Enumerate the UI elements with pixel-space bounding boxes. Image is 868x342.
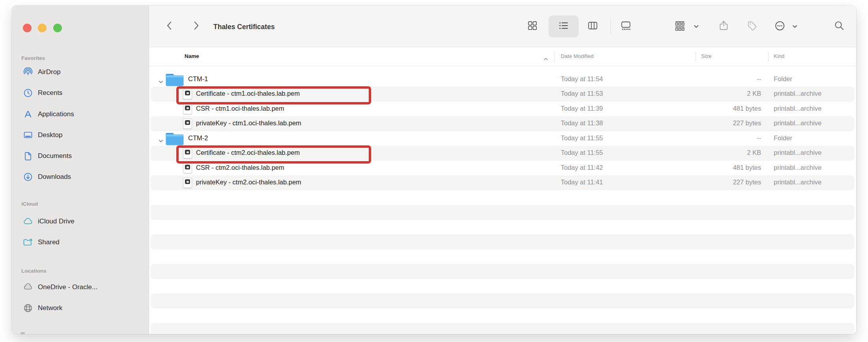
column-resize-handle[interactable] [696,52,696,61]
forward-button[interactable] [186,16,206,37]
table-row[interactable]: privateKey - ctm2.oci-thales.lab.pem Tod… [149,175,856,190]
sidebar-item-airdrop[interactable]: AirDrop [17,64,144,80]
sidebar-item-icloud-drive[interactable]: iCloud Drive [17,213,144,230]
sidebar-item-label: Recents [38,89,62,97]
sidebar-item-documents[interactable]: Documents [17,148,144,164]
sidebar-item-label: iCloud Drive [38,217,75,225]
row-kind: printabl...archive [774,105,821,112]
back-button[interactable] [159,16,180,37]
sidebar-item-desktop[interactable]: Desktop [17,127,144,143]
row-size: 2 KB [693,149,761,156]
row-size: 227 bytes [693,178,761,186]
sidebar-item-label: Downloads [38,173,71,181]
row-date: Today at 11:39 [561,105,603,112]
pem-file-icon [183,178,192,188]
group-by-chevron[interactable] [690,16,702,37]
chevron-down-icon [694,23,699,30]
sidebar-item-label: Documents [38,152,72,160]
more-options-icon [775,20,785,33]
pem-file-icon [183,89,192,99]
row-kind: Folder [774,75,792,83]
empty-row-stripe [151,264,854,279]
search-button[interactable] [829,16,849,37]
table-row[interactable]: CSR - ctm1.oci-thales.lab.pem Today at 1… [149,102,856,117]
column-header-kind[interactable]: Kind [774,53,784,59]
sidebar-item-shared[interactable]: Shared [17,234,144,251]
desktop-icon [23,130,33,140]
tag-icon [747,20,757,32]
sidebar-item-label: Applications [38,110,74,118]
row-size: -- [693,134,761,142]
sidebar-section-locations: Locations [21,268,47,274]
row-date: Today at 11:42 [561,164,603,171]
column-header-date[interactable]: Date Modified [561,53,594,59]
close-window-button[interactable] [23,24,32,32]
row-size: 2 KB [693,90,761,97]
pem-file-icon [183,119,192,129]
folder-icon [166,132,184,147]
column-view-button[interactable] [582,16,603,37]
airdrop-icon [23,67,33,77]
row-name: privateKey - ctm2.oci-thales.lab.pem [196,178,301,186]
row-name: CTM-1 [188,75,208,83]
column-resize-handle[interactable] [768,52,769,61]
zoom-window-button[interactable] [53,24,62,32]
row-size: 481 bytes [693,105,761,112]
sidebar-item-applications[interactable]: Applications [17,106,144,123]
list-view-button[interactable] [553,16,574,37]
row-date: Today at 11:54 [561,75,603,83]
sidebar-item-label: AirDrop [38,68,61,76]
table-row[interactable]: CTM-2 Today at 11:55 -- Folder [149,131,856,146]
search-icon [834,20,844,32]
disclosure-chevron-icon[interactable] [159,137,163,144]
more-options-chevron[interactable] [789,16,801,37]
sidebar-item-recents[interactable]: Recents [17,85,144,101]
row-kind: printabl...archive [774,90,821,97]
empty-row-stripe [151,234,854,249]
tags-section-cutoff [21,332,25,334]
row-date: Today at 11:53 [561,90,603,97]
disclosure-chevron-icon[interactable] [159,78,163,85]
column-resize-handle[interactable] [554,52,555,61]
more-options-button[interactable] [769,16,790,37]
toolbar-divider [610,19,611,34]
row-kind: printabl...archive [774,119,821,127]
row-name: CSR - ctm1.oci-thales.lab.pem [196,105,284,112]
table-row[interactable]: CTM-1 Today at 11:54 -- Folder [149,72,856,87]
table-row[interactable]: Certificate - ctm1.oci-thales.lab.pem To… [149,87,856,102]
sidebar-item-downloads[interactable]: Downloads [17,169,144,185]
gallery-view-button[interactable] [616,16,636,37]
row-kind: printabl...archive [774,178,821,186]
row-size: -- [693,75,761,83]
finder-window: Favorites AirDrop Recents [12,6,856,334]
column-header-size[interactable]: Size [701,53,711,59]
main-pane: Thales Certificates [149,6,856,334]
tag-button[interactable] [742,16,762,37]
column-header-name[interactable]: Name [185,53,199,59]
row-kind: printabl...archive [774,149,821,156]
list-view-icon [558,20,569,32]
table-row[interactable]: privateKey - ctm1.oci-thales.lab.pem Tod… [149,116,856,131]
minimize-window-button[interactable] [38,24,47,32]
sidebar-item-network[interactable]: Network [17,300,144,316]
table-row[interactable]: Certificate - ctm2.oci-thales.lab.pem To… [149,146,856,161]
share-icon [719,20,729,32]
grid-view-icon [527,20,538,32]
sidebar-item-onedrive[interactable]: OneDrive - Oracle... [17,279,144,296]
sidebar-item-label: Desktop [38,131,62,139]
share-button[interactable] [713,16,734,37]
row-kind: Folder [774,134,792,142]
pem-file-icon [183,148,192,158]
row-name: Certificate - ctm1.oci-thales.lab.pem [196,90,300,97]
row-size: 227 bytes [693,119,761,127]
group-by-button[interactable] [670,16,690,37]
row-date: Today at 11:38 [561,119,603,127]
row-date: Today at 11:55 [561,134,603,142]
row-name: Certificate - ctm2.oci-thales.lab.pem [196,149,300,156]
row-kind: printabl...archive [774,164,821,171]
icon-view-button[interactable] [522,16,543,37]
gallery-view-icon [621,20,631,32]
empty-row-stripe [151,294,854,309]
table-row[interactable]: CSR - ctm2.oci-thales.lab.pem Today at 1… [149,161,856,176]
sort-ascending-icon [543,55,548,62]
